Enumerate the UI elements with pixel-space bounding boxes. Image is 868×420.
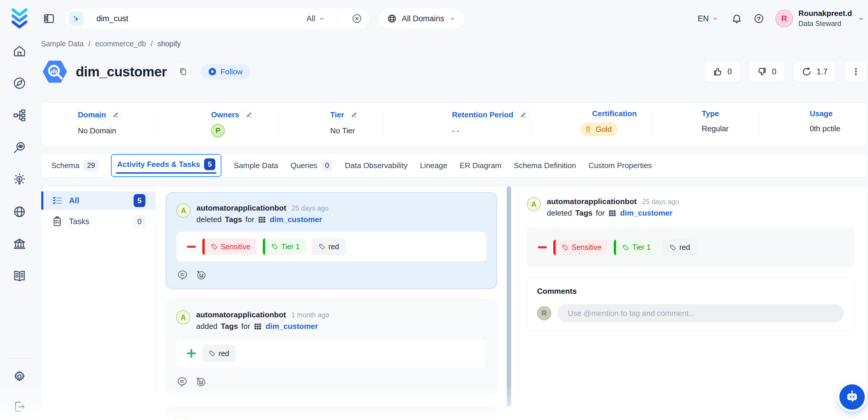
feed-author[interactable]: automatorapplicationbot bbox=[196, 204, 286, 213]
feed-author[interactable]: automatorapplicationbot bbox=[196, 310, 286, 320]
breadcrumb-item-schema[interactable]: shopify bbox=[157, 39, 181, 48]
version-history-button[interactable]: 1.7 bbox=[793, 61, 836, 82]
owners-label[interactable]: Owners bbox=[211, 110, 239, 119]
tag-icon bbox=[271, 243, 278, 250]
domain-label[interactable]: Domain bbox=[78, 110, 106, 119]
more-options-kebab-icon[interactable] bbox=[844, 61, 867, 82]
tab-label: Data Observability bbox=[345, 161, 407, 170]
tab-lineage[interactable]: Lineage bbox=[420, 161, 447, 170]
tab-data-observability[interactable]: Data Observability bbox=[345, 161, 407, 170]
tab-custom-properties[interactable]: Custom Properties bbox=[588, 161, 652, 170]
feed-filter-tasks[interactable]: Tasks 0 bbox=[41, 212, 155, 231]
comments-title: Comments bbox=[537, 287, 844, 296]
app-logo-icon[interactable] bbox=[8, 6, 31, 29]
feed-filter-all[interactable]: All 5 bbox=[41, 191, 155, 210]
lineage-flow-icon[interactable] bbox=[13, 109, 26, 122]
edit-tier-pencil-icon[interactable] bbox=[348, 109, 360, 120]
feed-card-deleted-tags[interactable]: A automatorapplicationbot 25 days ago de… bbox=[166, 192, 497, 289]
table-icon bbox=[608, 209, 617, 218]
tab-er-diagram[interactable]: ER Diagram bbox=[460, 161, 501, 170]
user-role: Data Steward bbox=[798, 19, 852, 29]
help-glyph: ? bbox=[753, 13, 764, 24]
globe-icon bbox=[387, 13, 397, 24]
chat-assistant-button[interactable] bbox=[839, 384, 865, 410]
tab-schema[interactable]: Schema 29 bbox=[51, 159, 98, 171]
downvote-button[interactable]: 0 bbox=[749, 61, 785, 82]
retention-value: - - bbox=[452, 126, 531, 136]
upvote-button[interactable]: 0 bbox=[704, 61, 740, 82]
edit-retention-pencil-icon[interactable] bbox=[518, 109, 529, 120]
type-label[interactable]: Type bbox=[702, 109, 719, 118]
explore-compass-icon[interactable] bbox=[13, 77, 26, 90]
breadcrumb-item-service[interactable]: Sample Data bbox=[41, 39, 84, 48]
tab-sample-data[interactable]: Sample Data bbox=[234, 161, 278, 170]
tab-count: 29 bbox=[84, 159, 98, 171]
notifications-bell-icon[interactable] bbox=[731, 13, 742, 24]
breadcrumb: Sample Data / ecommerce_db / shopify bbox=[41, 39, 181, 48]
follow-button[interactable]: Follow bbox=[201, 64, 250, 79]
user-avatar[interactable]: R bbox=[775, 10, 793, 27]
settings-gear-icon[interactable] bbox=[13, 370, 26, 384]
feed-entity-link[interactable]: dim_customer bbox=[266, 322, 318, 331]
tab-queries[interactable]: Queries 0 bbox=[290, 159, 332, 171]
tag-icon bbox=[562, 244, 569, 251]
chevron-down-icon bbox=[318, 15, 325, 22]
detail-entity-link[interactable]: dim_customer bbox=[620, 209, 673, 218]
tab-activity-feeds-active[interactable]: Activity Feeds & Tasks 5 bbox=[111, 154, 221, 177]
detail-timestamp: 25 days ago bbox=[642, 198, 679, 206]
edit-domain-pencil-icon[interactable] bbox=[110, 109, 121, 120]
feed-scrollbar[interactable] bbox=[507, 186, 511, 407]
tag-change-box: red bbox=[176, 338, 487, 368]
ai-sparkle-icon[interactable] bbox=[69, 12, 83, 26]
governance-bank-icon[interactable] bbox=[13, 237, 26, 251]
feed-filter-all-count: 5 bbox=[134, 194, 146, 207]
domains-filter-dropdown[interactable]: All Domains bbox=[378, 8, 465, 30]
feed-entity-link[interactable]: dim_customer bbox=[270, 215, 322, 224]
feed-action: added bbox=[196, 322, 217, 331]
add-reaction-icon[interactable] bbox=[195, 376, 207, 388]
domains-globe-icon[interactable] bbox=[13, 205, 26, 218]
tab-schema-definition[interactable]: Schema Definition bbox=[514, 161, 576, 170]
feed-card-added-tags[interactable]: A automatorapplicationbot 1 month ago ad… bbox=[166, 299, 497, 395]
copy-name-button[interactable] bbox=[176, 63, 191, 81]
left-nav-rail bbox=[0, 0, 39, 420]
feed-preposition: for bbox=[245, 215, 254, 224]
language-dropdown[interactable]: EN bbox=[698, 14, 719, 23]
help-icon[interactable]: ? bbox=[753, 13, 764, 24]
sidebar-collapse-icon[interactable] bbox=[43, 12, 55, 25]
glossary-book-icon[interactable] bbox=[13, 269, 26, 283]
search-scope-dropdown[interactable]: All bbox=[306, 14, 325, 23]
bot-avatar: A bbox=[176, 204, 190, 218]
usage-label[interactable]: Usage bbox=[810, 109, 833, 118]
bot-avatar bbox=[174, 416, 188, 420]
search-input[interactable] bbox=[96, 14, 306, 23]
language-label: EN bbox=[698, 14, 709, 23]
logout-icon[interactable] bbox=[13, 400, 26, 414]
retention-label[interactable]: Retention Period bbox=[452, 110, 514, 119]
detail-author[interactable]: automatorapplicationbot bbox=[547, 197, 637, 206]
comment-bubble-icon[interactable] bbox=[176, 269, 188, 281]
tab-label: Schema Definition bbox=[514, 161, 576, 170]
downvote-count: 0 bbox=[772, 67, 776, 77]
edit-owners-pencil-icon[interactable] bbox=[243, 109, 254, 120]
home-icon[interactable] bbox=[13, 44, 26, 58]
certification-label[interactable]: Certification bbox=[592, 109, 637, 118]
breadcrumb-item-database[interactable]: ecommerce_db bbox=[95, 39, 146, 48]
comment-bubble-icon[interactable] bbox=[176, 376, 188, 388]
owner-avatar[interactable]: P bbox=[211, 124, 225, 138]
search-clear-icon[interactable] bbox=[351, 13, 362, 24]
tab-label: Custom Properties bbox=[588, 161, 652, 170]
tag-chip-red: red bbox=[202, 345, 235, 362]
feed-card-partial[interactable] bbox=[166, 407, 497, 420]
bot-avatar: A bbox=[527, 197, 541, 211]
user-profile-menu[interactable]: R Rounakpreet.d Data Steward bbox=[775, 8, 865, 28]
tag-name: red bbox=[679, 243, 690, 251]
feed-filter-tasks-count: 0 bbox=[134, 215, 146, 228]
comment-input[interactable] bbox=[558, 304, 844, 322]
tier-label[interactable]: Tier bbox=[330, 110, 344, 119]
observability-search-eye-icon[interactable] bbox=[13, 141, 26, 154]
global-search-bar[interactable]: All bbox=[64, 8, 370, 30]
insights-bulb-icon[interactable] bbox=[13, 173, 26, 186]
certification-badge: Gold bbox=[580, 122, 618, 136]
add-reaction-icon[interactable] bbox=[195, 269, 207, 281]
